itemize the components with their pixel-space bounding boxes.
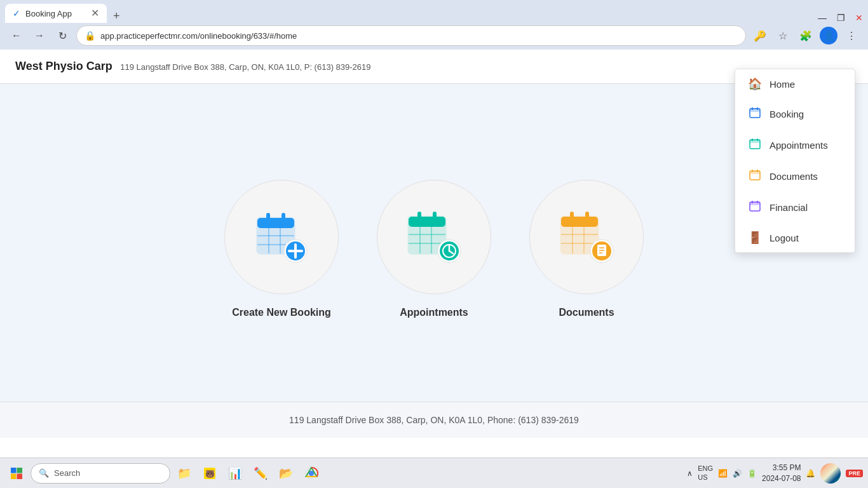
taskbar-chevron-icon[interactable]: ∧	[687, 469, 693, 478]
taskbar: 🔍 Search 📁 🐻 📊 ✏️ 📂 ∧ ENG US 📶 🔊 🔋 3:55 …	[0, 458, 868, 488]
taskbar-right: ∧ ENG US 📶 🔊 🔋 3:55 PM 2024-07-08 🔔 PRE	[687, 463, 863, 484]
taskbar-clock[interactable]: 3:55 PM 2024-07-08	[762, 463, 801, 484]
footer-address: 119 Langstaff Drive Box 388, Carp, ON, K…	[289, 415, 579, 425]
appointments-icon	[402, 205, 466, 269]
documents-card[interactable]: Documents	[529, 180, 644, 318]
cards-row: Create New Booking	[224, 180, 644, 318]
tab-close-btn[interactable]: ✕	[91, 8, 99, 18]
address-bar[interactable]: 🔒 app.practiceperfectmr.com/onlinebookin…	[76, 25, 746, 46]
tab-favicon: ✓	[13, 8, 20, 18]
menu-dots-icon[interactable]: ⋮	[843, 27, 860, 44]
menu-financial-label: Financial	[770, 202, 808, 213]
home-icon: 🏠	[748, 77, 762, 91]
search-label: Search	[54, 468, 80, 478]
svg-rect-2	[266, 213, 270, 223]
chrome-icon	[304, 466, 318, 480]
taskbar-files-app[interactable]: 📂	[275, 462, 297, 485]
svg-rect-52	[750, 202, 760, 205]
svg-rect-13	[409, 217, 445, 227]
svg-rect-28	[585, 212, 589, 222]
battery-icon: 🔋	[747, 469, 757, 478]
menu-logout-label: Logout	[770, 233, 799, 243]
menu-documents-label: Documents	[770, 171, 818, 182]
url-text: app.practiceperfectmr.com/onlinebooking/…	[100, 31, 738, 41]
logout-icon: 🚪	[748, 231, 762, 245]
address-bar-row: ← → ↻ 🔒 app.practiceperfectmr.com/online…	[0, 23, 868, 50]
tab-bar: ✓ Booking App ✕ + — ❐ ✕	[0, 0, 868, 23]
documents-icon	[555, 205, 618, 269]
password-icon[interactable]: 🔑	[751, 27, 769, 44]
forward-btn[interactable]: →	[31, 27, 48, 44]
svg-rect-27	[570, 212, 574, 222]
volume-icon: 🔊	[733, 469, 742, 478]
taskbar-app-1[interactable]: 🐻	[198, 462, 221, 485]
taskbar-chrome-app[interactable]	[300, 462, 323, 485]
svg-rect-3	[281, 213, 285, 223]
minimize-btn[interactable]: —	[818, 13, 827, 23]
profile-icon[interactable]: 👤	[820, 27, 837, 44]
clinic-name: West Physio Carp	[15, 60, 112, 72]
notification-icon[interactable]: 🔔	[806, 469, 815, 478]
menu-item-documents[interactable]: Documents	[735, 161, 855, 192]
taskbar-date: 2024-07-08	[762, 473, 801, 484]
appointments-circle	[377, 180, 491, 294]
menu-booking-label: Booking	[770, 109, 804, 119]
browser-chrome: ✓ Booking App ✕ + — ❐ ✕ ← → ↻ 🔒 app.prac…	[0, 0, 868, 50]
lock-icon: 🔒	[85, 30, 95, 41]
menu-item-home[interactable]: 🏠 Home	[735, 69, 855, 98]
svg-rect-48	[750, 171, 760, 174]
clinic-address: 119 Langstaff Drive Box 388, Carp, ON, K…	[120, 62, 370, 72]
create-booking-label: Create New Booking	[232, 307, 331, 318]
back-btn[interactable]: ←	[8, 27, 25, 44]
svg-rect-40	[750, 109, 760, 112]
maximize-btn[interactable]: ❐	[837, 13, 845, 23]
taskbar-search-bar[interactable]: 🔍 Search	[31, 463, 170, 484]
extension-icon[interactable]: 🧩	[797, 27, 815, 44]
menu-item-booking[interactable]: Booking	[735, 98, 855, 130]
svg-rect-44	[750, 140, 760, 143]
menu-home-label: Home	[770, 79, 795, 90]
bookmark-icon[interactable]: ☆	[774, 27, 792, 44]
appointments-menu-icon	[748, 137, 762, 153]
svg-rect-26	[561, 217, 598, 227]
windows-logo-icon	[10, 467, 23, 480]
search-icon: 🔍	[39, 468, 49, 478]
close-btn[interactable]: ✕	[855, 13, 863, 23]
svg-rect-15	[433, 212, 437, 222]
appointments-label: Appointments	[400, 307, 468, 318]
svg-text:🐻: 🐻	[205, 469, 215, 478]
network-icon: 📶	[718, 469, 728, 478]
reload-btn[interactable]: ↻	[53, 27, 71, 44]
menu-item-logout[interactable]: 🚪 Logout	[735, 223, 855, 252]
tab-title: Booking App	[25, 9, 86, 18]
create-new-booking-circle	[224, 180, 339, 294]
clinic-info: West Physio Carp 119 Langstaff Drive Box…	[15, 60, 371, 73]
taskbar-colorful-icon	[820, 463, 841, 484]
documents-menu-icon	[748, 168, 762, 184]
appointments-card[interactable]: Appointments	[377, 180, 491, 318]
start-button[interactable]	[5, 462, 28, 485]
svg-rect-1	[257, 218, 294, 228]
browser-icons: 🔑 ☆ 🧩 👤 ⋮	[751, 27, 860, 44]
menu-item-financial[interactable]: Financial	[735, 192, 855, 223]
taskbar-sketch-app[interactable]: ✏️	[249, 462, 272, 485]
financial-icon	[748, 200, 762, 215]
active-tab[interactable]: ✓ Booking App ✕	[5, 4, 107, 23]
new-tab-btn[interactable]: +	[109, 10, 124, 23]
booking-icon	[748, 106, 762, 122]
menu-appointments-label: Appointments	[770, 140, 828, 151]
svg-rect-58	[17, 473, 23, 479]
pre-badge: PRE	[846, 470, 863, 477]
taskbar-app-2[interactable]: 📊	[224, 462, 247, 485]
menu-item-appointments[interactable]: Appointments	[735, 130, 855, 161]
create-new-booking-card[interactable]: Create New Booking	[224, 180, 339, 318]
create-booking-icon	[250, 205, 313, 269]
page-footer: 119 Langstaff Drive Box 388, Carp, ON, K…	[0, 402, 868, 438]
window-controls: — ❐ ✕	[818, 13, 863, 23]
taskbar-time: 3:55 PM	[762, 463, 801, 473]
documents-circle	[529, 180, 644, 294]
taskbar-file-explorer[interactable]: 📁	[173, 462, 196, 485]
taskbar-icon-1: 🐻	[203, 466, 217, 480]
svg-rect-55	[11, 468, 17, 473]
svg-rect-57	[11, 473, 17, 479]
